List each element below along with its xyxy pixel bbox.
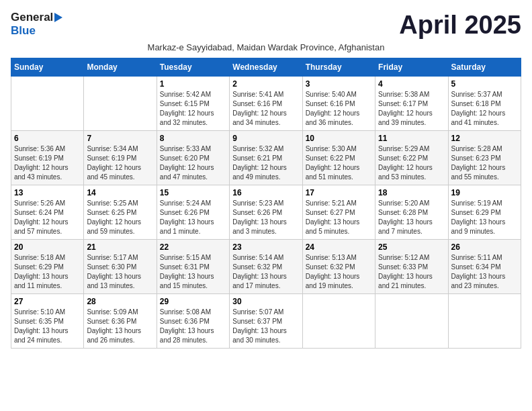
day-number: 11 [378,134,445,143]
calendar-cell-w5-d5 [375,294,448,349]
day-info: Sunrise: 5:12 AMSunset: 6:33 PMDaylight:… [378,253,445,291]
day-number: 30 [232,297,299,306]
calendar-cell-w3-d6: 19Sunrise: 5:19 AMSunset: 6:29 PMDayligh… [448,185,521,240]
day-info: Sunrise: 5:33 AMSunset: 6:20 PMDaylight:… [160,144,226,182]
day-info: Sunrise: 5:25 AMSunset: 6:25 PMDaylight:… [87,199,153,236]
calendar-cell-w4-d6: 26Sunrise: 5:11 AMSunset: 6:34 PMDayligh… [448,240,521,294]
calendar-cell-w2-d4: 10Sunrise: 5:30 AMSunset: 6:22 PMDayligh… [302,131,375,185]
calendar-cell-w3-d2: 15Sunrise: 5:24 AMSunset: 6:26 PMDayligh… [157,185,229,240]
header-friday: Friday [375,58,448,77]
logo-general: General [11,11,53,24]
calendar-cell-w4-d4: 24Sunrise: 5:13 AMSunset: 6:32 PMDayligh… [302,240,375,294]
day-number: 15 [160,188,226,197]
calendar-cell-w2-d3: 9Sunrise: 5:32 AMSunset: 6:21 PMDaylight… [230,131,302,185]
calendar-cell-w3-d5: 18Sunrise: 5:20 AMSunset: 6:28 PMDayligh… [375,185,448,240]
calendar-cell-w3-d3: 16Sunrise: 5:23 AMSunset: 6:26 PMDayligh… [230,185,302,240]
day-info: Sunrise: 5:21 AMSunset: 6:27 PMDaylight:… [306,199,372,236]
day-number: 13 [14,188,81,197]
day-number: 27 [14,297,81,306]
logo-blue: Blue [11,24,36,37]
calendar-cell-w3-d0: 13Sunrise: 5:26 AMSunset: 6:24 PMDayligh… [11,185,84,240]
day-number: 10 [306,134,372,143]
day-info: Sunrise: 5:41 AMSunset: 6:16 PMDaylight:… [232,90,299,128]
calendar-cell-w4-d2: 22Sunrise: 5:15 AMSunset: 6:31 PMDayligh… [157,240,229,294]
day-info: Sunrise: 5:26 AMSunset: 6:24 PMDaylight:… [14,199,81,236]
day-number: 21 [87,242,153,252]
day-info: Sunrise: 5:42 AMSunset: 6:15 PMDaylight:… [160,90,226,128]
calendar-cell-w1-d6: 5Sunrise: 5:37 AMSunset: 6:18 PMDaylight… [448,77,521,131]
calendar-cell-w4-d5: 25Sunrise: 5:12 AMSunset: 6:33 PMDayligh… [375,240,448,294]
day-number: 29 [160,297,226,306]
day-number: 12 [451,134,518,143]
day-info: Sunrise: 5:10 AMSunset: 6:35 PMDaylight:… [14,308,81,345]
header-monday: Monday [84,58,157,77]
header-thursday: Thursday [302,58,375,77]
day-info: Sunrise: 5:23 AMSunset: 6:26 PMDaylight:… [232,199,299,236]
calendar-cell-w1-d1 [84,77,157,131]
day-info: Sunrise: 5:20 AMSunset: 6:28 PMDaylight:… [378,199,445,236]
day-info: Sunrise: 5:11 AMSunset: 6:34 PMDaylight:… [451,253,518,291]
logo-icon [54,13,62,22]
day-info: Sunrise: 5:34 AMSunset: 6:19 PMDaylight:… [87,144,153,182]
calendar-cell-w2-d2: 8Sunrise: 5:33 AMSunset: 6:20 PMDaylight… [157,131,229,185]
day-number: 25 [378,242,445,252]
calendar-cell-w1-d0 [11,77,84,131]
calendar-cell-w1-d2: 1Sunrise: 5:42 AMSunset: 6:15 PMDaylight… [157,77,229,131]
header-wednesday: Wednesday [230,58,302,77]
calendar-week-2: 6Sunrise: 5:36 AMSunset: 6:19 PMDaylight… [11,131,521,185]
day-info: Sunrise: 5:40 AMSunset: 6:16 PMDaylight:… [306,90,372,128]
day-number: 28 [87,297,153,306]
day-number: 14 [87,188,153,197]
calendar-table: Sunday Monday Tuesday Wednesday Thursday… [11,58,521,349]
calendar-cell-w5-d4 [302,294,375,349]
day-number: 16 [232,188,299,197]
calendar-cell-w2-d6: 12Sunrise: 5:28 AMSunset: 6:23 PMDayligh… [448,131,521,185]
day-number: 9 [232,134,299,143]
calendar-cell-w5-d0: 27Sunrise: 5:10 AMSunset: 6:35 PMDayligh… [11,294,84,349]
day-number: 2 [232,79,299,89]
day-info: Sunrise: 5:37 AMSunset: 6:18 PMDaylight:… [451,90,518,128]
day-number: 1 [160,79,226,89]
day-number: 24 [306,242,372,252]
day-number: 4 [378,79,445,89]
day-info: Sunrise: 5:07 AMSunset: 6:37 PMDaylight:… [232,308,299,345]
calendar-cell-w1-d5: 4Sunrise: 5:38 AMSunset: 6:17 PMDaylight… [375,77,448,131]
calendar-cell-w5-d1: 28Sunrise: 5:09 AMSunset: 6:36 PMDayligh… [84,294,157,349]
header-tuesday: Tuesday [157,58,229,77]
day-info: Sunrise: 5:15 AMSunset: 6:31 PMDaylight:… [160,253,226,291]
calendar-week-5: 27Sunrise: 5:10 AMSunset: 6:35 PMDayligh… [11,294,521,349]
calendar-cell-w2-d0: 6Sunrise: 5:36 AMSunset: 6:19 PMDaylight… [11,131,84,185]
calendar-cell-w4-d3: 23Sunrise: 5:14 AMSunset: 6:32 PMDayligh… [230,240,302,294]
calendar-week-3: 13Sunrise: 5:26 AMSunset: 6:24 PMDayligh… [11,185,521,240]
calendar-cell-w4-d1: 21Sunrise: 5:17 AMSunset: 6:30 PMDayligh… [84,240,157,294]
location-subtitle: Markaz-e Sayyidabad, Maidan Wardak Provi… [11,42,521,52]
calendar-cell-w1-d4: 3Sunrise: 5:40 AMSunset: 6:16 PMDaylight… [302,77,375,131]
day-info: Sunrise: 5:29 AMSunset: 6:22 PMDaylight:… [378,144,445,182]
day-number: 6 [14,134,81,143]
month-title: April 2025 [399,11,521,40]
day-number: 22 [160,242,226,252]
day-info: Sunrise: 5:09 AMSunset: 6:36 PMDaylight:… [87,308,153,345]
day-info: Sunrise: 5:30 AMSunset: 6:22 PMDaylight:… [306,144,372,182]
calendar-cell-w3-d4: 17Sunrise: 5:21 AMSunset: 6:27 PMDayligh… [302,185,375,240]
day-number: 23 [232,242,299,252]
day-info: Sunrise: 5:24 AMSunset: 6:26 PMDaylight:… [160,199,226,236]
day-number: 18 [378,188,445,197]
calendar-header-row: Sunday Monday Tuesday Wednesday Thursday… [11,58,521,77]
calendar-cell-w5-d3: 30Sunrise: 5:07 AMSunset: 6:37 PMDayligh… [230,294,302,349]
calendar-week-4: 20Sunrise: 5:18 AMSunset: 6:29 PMDayligh… [11,240,521,294]
day-number: 8 [160,134,226,143]
calendar-cell-w5-d6 [448,294,521,349]
day-number: 26 [451,242,518,252]
day-info: Sunrise: 5:32 AMSunset: 6:21 PMDaylight:… [232,144,299,182]
day-info: Sunrise: 5:38 AMSunset: 6:17 PMDaylight:… [378,90,445,128]
day-number: 20 [14,242,81,252]
day-number: 3 [306,79,372,89]
header: General Blue April 2025 [11,11,521,40]
day-number: 5 [451,79,518,89]
calendar-week-1: 1Sunrise: 5:42 AMSunset: 6:15 PMDaylight… [11,77,521,131]
day-info: Sunrise: 5:28 AMSunset: 6:23 PMDaylight:… [451,144,518,182]
day-number: 19 [451,188,518,197]
day-info: Sunrise: 5:18 AMSunset: 6:29 PMDaylight:… [14,253,81,291]
day-info: Sunrise: 5:17 AMSunset: 6:30 PMDaylight:… [87,253,153,291]
